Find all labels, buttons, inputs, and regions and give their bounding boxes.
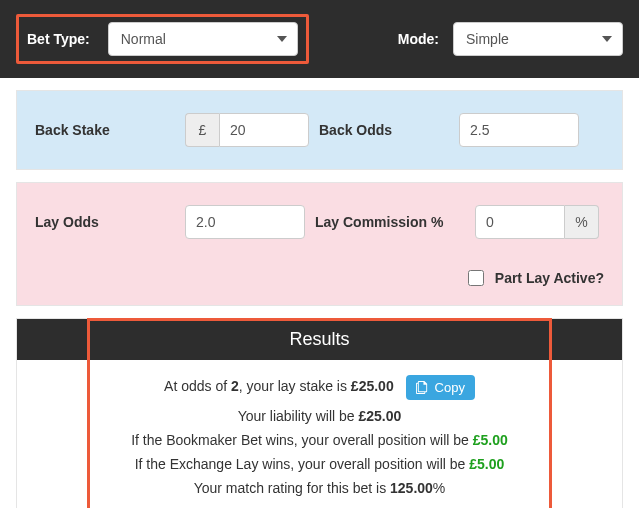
result-bookmaker-win: If the Bookmaker Bet wins, your overall … xyxy=(100,432,539,448)
chevron-down-icon xyxy=(602,36,612,42)
lay-odds-label: Lay Odds xyxy=(35,214,185,230)
back-stake-input[interactable] xyxy=(219,113,309,147)
chevron-down-icon xyxy=(277,36,287,42)
percent-addon: % xyxy=(565,205,599,239)
topbar: Bet Type: Normal Mode: Simple xyxy=(0,0,639,78)
result-liability: Your liability will be £25.00 xyxy=(100,408,539,424)
mode-group: Mode: Simple xyxy=(398,22,623,56)
result-lay-stake: At odds of 2, your lay stake is £25.00 C… xyxy=(100,375,539,400)
result-exchange-win: If the Exchange Lay wins, your overall p… xyxy=(100,456,539,472)
result-match-rating: Your match rating for this bet is 125.00… xyxy=(100,480,539,496)
back-stake-label: Back Stake xyxy=(35,122,185,138)
mode-value: Simple xyxy=(466,31,509,47)
lay-odds-input[interactable] xyxy=(185,205,305,239)
mode-label: Mode: xyxy=(398,31,439,47)
part-lay-checkbox[interactable] xyxy=(468,270,484,286)
part-lay-row: Part Lay Active? xyxy=(35,267,604,289)
back-panel: Back Stake £ Back Odds xyxy=(16,90,623,170)
results-highlight: At odds of 2, your lay stake is £25.00 C… xyxy=(87,318,552,508)
copy-button[interactable]: Copy xyxy=(406,375,475,400)
back-stake-group: £ xyxy=(185,113,309,147)
lay-commission-input[interactable] xyxy=(475,205,565,239)
part-lay-label: Part Lay Active? xyxy=(495,270,604,286)
bet-type-value: Normal xyxy=(121,31,166,47)
back-odds-label: Back Odds xyxy=(319,122,459,138)
results-panel: Results At odds of 2, your lay stake is … xyxy=(16,318,623,508)
lay-commission-label: Lay Commission % xyxy=(315,214,475,230)
mode-select[interactable]: Simple xyxy=(453,22,623,56)
lay-panel: Lay Odds Lay Commission % % Part Lay Act… xyxy=(16,182,623,306)
clipboard-icon xyxy=(416,381,429,394)
bet-type-label: Bet Type: xyxy=(27,31,90,47)
currency-addon: £ xyxy=(185,113,219,147)
bet-type-highlight: Bet Type: Normal xyxy=(16,14,309,64)
bet-type-select[interactable]: Normal xyxy=(108,22,298,56)
lay-commission-group: % xyxy=(475,205,599,239)
back-odds-input[interactable] xyxy=(459,113,579,147)
